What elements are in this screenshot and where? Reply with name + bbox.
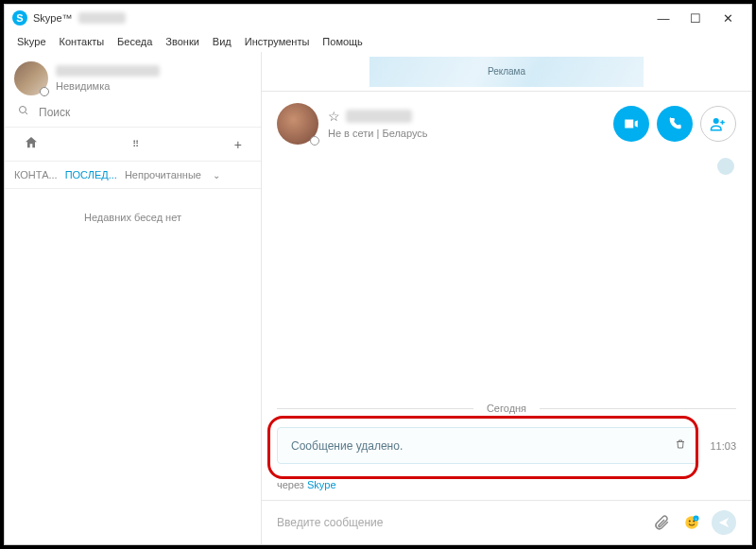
menu-view[interactable]: Вид — [206, 34, 238, 49]
menu-conversation[interactable]: Беседа — [111, 34, 159, 49]
content: Невидимка Поиск ⠿ + КОНТА... ПОСЛЕД... Н — [5, 52, 751, 544]
via-link[interactable]: Skype — [307, 479, 336, 490]
sidebar: Невидимка Поиск ⠿ + КОНТА... ПОСЛЕД... Н — [5, 52, 262, 544]
user-status: Невидимка — [56, 80, 160, 92]
search-row[interactable]: Поиск — [5, 101, 261, 128]
audio-call-button[interactable] — [657, 106, 693, 142]
star-icon[interactable]: ☆ — [328, 109, 340, 124]
menu-contacts[interactable]: Контакты — [53, 34, 112, 49]
presence-invisible-icon — [40, 87, 49, 96]
globe-icon[interactable] — [717, 158, 734, 175]
search-icon — [18, 105, 31, 119]
titlebar: S Skype™ — ☐ ✕ — [5, 5, 751, 31]
skype-logo-icon: S — [12, 10, 27, 26]
user-name-blur — [56, 65, 160, 77]
sidebar-tabs: КОНТА... ПОСЛЕД... Непрочитанные ⌄ — [5, 162, 261, 189]
app-title: Skype™ — [33, 12, 73, 24]
svg-point-4 — [689, 521, 691, 523]
svg-point-0 — [20, 107, 26, 113]
app-window: S Skype™ — ☐ ✕ Skype Контакты Беседа Зво… — [4, 4, 752, 545]
date-divider: Сегодня — [277, 403, 736, 414]
menu-skype[interactable]: Skype — [10, 34, 53, 49]
contact-avatar[interactable] — [277, 103, 318, 145]
tab-contacts[interactable]: КОНТА... — [14, 169, 58, 180]
deleted-message-text: Сообщение удалено. — [291, 439, 403, 453]
translator-row — [262, 156, 751, 179]
main-panel: Реклама ☆ Не в сети | Беларусь — [262, 52, 751, 544]
home-icon[interactable] — [24, 135, 39, 153]
compose-input[interactable]: Введите сообщение — [277, 516, 642, 529]
tab-unread[interactable]: Непрочитанные — [125, 169, 201, 180]
menu-calls[interactable]: Звонки — [159, 34, 206, 49]
search-placeholder: Поиск — [39, 106, 70, 119]
trash-icon — [675, 437, 686, 454]
via-prefix: через — [277, 479, 307, 490]
date-label: Сегодня — [473, 403, 540, 414]
minimize-button[interactable]: — — [647, 9, 679, 27]
svg-line-1 — [26, 112, 28, 115]
deleted-message-row: Сообщение удалено. 11:03 — [277, 427, 736, 464]
plus-icon[interactable]: + — [234, 137, 242, 152]
contact-status: Не в сети | Беларусь — [328, 128, 428, 139]
svg-point-2 — [713, 118, 719, 124]
presence-offline-icon — [310, 136, 319, 146]
emoji-icon[interactable]: + — [681, 512, 702, 533]
chat-body: Сегодня Сообщение удалено. 11:03 — [262, 179, 751, 473]
account-name-blur — [78, 12, 126, 24]
current-user-row[interactable]: Невидимка — [5, 52, 261, 101]
via-row: через Skype — [262, 473, 751, 501]
deleted-message[interactable]: Сообщение удалено. — [277, 427, 700, 464]
video-call-button[interactable] — [613, 106, 649, 142]
user-avatar — [14, 61, 48, 95]
tab-recent[interactable]: ПОСЛЕД... — [65, 169, 117, 180]
maximize-button[interactable]: ☐ — [679, 9, 712, 27]
conversation-header: ☆ Не в сети | Беларусь — [262, 92, 751, 156]
dialpad-icon[interactable]: ⠿ — [39, 139, 234, 149]
ad-bar: Реклама — [262, 52, 751, 92]
paperclip-icon[interactable] — [651, 512, 672, 533]
chevron-down-icon[interactable]: ⌄ — [213, 170, 220, 180]
message-time: 11:03 — [710, 440, 736, 452]
compose-row: Введите сообщение + — [262, 501, 751, 544]
menu-tools[interactable]: Инструменты — [238, 34, 317, 49]
contact-name-blur — [346, 110, 412, 123]
close-button[interactable]: ✕ — [712, 9, 744, 27]
send-button[interactable] — [712, 510, 736, 535]
menubar: Skype Контакты Беседа Звонки Вид Инструм… — [5, 31, 751, 52]
no-recent-text: Недавних бесед нет — [5, 189, 261, 246]
svg-text:+: + — [695, 517, 696, 521]
ad-box[interactable]: Реклама — [369, 57, 644, 87]
add-contact-button[interactable] — [700, 106, 736, 142]
menu-help[interactable]: Помощь — [316, 34, 369, 49]
nav-row: ⠿ + — [5, 128, 261, 162]
